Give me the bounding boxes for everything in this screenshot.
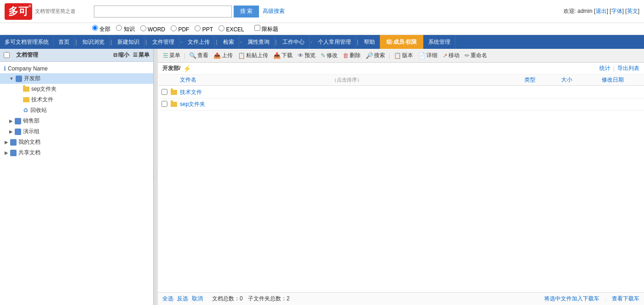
logo-main-text: 多可	[8, 5, 29, 18]
tree-item-shareddocs[interactable]: ▶ 共享文档	[0, 147, 153, 158]
invert-link[interactable]: 反选	[177, 295, 188, 303]
file-list-footer: 全选 反选 取消 文档总数：0 子文件夹总数：2 将选中文件加入下载车 ， 查看…	[158, 292, 644, 305]
advanced-search-link[interactable]: 高级搜索	[263, 7, 285, 15]
nav-item-home[interactable]: 首页	[54, 35, 75, 49]
detail-icon: 📄	[418, 52, 426, 59]
file-list: 技术文件 sep文件夹	[158, 86, 644, 292]
toolbar-edit-btn[interactable]: ✎ 修改	[318, 51, 340, 60]
tree-item-techfiles[interactable]: 技术文件	[0, 94, 153, 105]
lang-link[interactable]: 英文	[627, 8, 638, 14]
tree-item-salesdept[interactable]: ▶ 销售部	[0, 116, 153, 126]
refresh-icon[interactable]: ⚡	[183, 65, 191, 72]
file-link-sepfolder[interactable]: sep文件夹	[180, 100, 346, 108]
nav-item-search[interactable]: 检索	[218, 35, 239, 49]
col-date-header[interactable]: 修改日期	[585, 76, 640, 84]
search-button[interactable]: 搜 索	[234, 6, 259, 18]
nav-item-file-mgmt[interactable]: 文件管理	[148, 35, 179, 49]
group-icon-sales	[15, 118, 21, 124]
export-list-link[interactable]: 导出列表	[617, 65, 639, 72]
tree-item-demogroup[interactable]: ▶ 演示组	[0, 126, 153, 137]
toolbar-upload-btn[interactable]: 📤 上传	[211, 51, 235, 60]
row-checkbox-sep[interactable]	[161, 101, 171, 108]
stats-link[interactable]: 统计	[599, 65, 610, 72]
tree-label-sales: 销售部	[23, 117, 40, 125]
cancel-link[interactable]: 取消	[192, 295, 203, 303]
footer-stats: 文档总数：0 子文件夹总数：2	[212, 295, 290, 303]
file-row-sepfolder: sep文件夹	[158, 99, 644, 111]
nav-item-sysadmin[interactable]: 系统管理	[424, 35, 455, 49]
nav-sep5: |	[215, 35, 218, 49]
toolbar-preview-btn[interactable]: 👁 预览	[295, 51, 318, 60]
tree-label-tech: 技术文件	[31, 96, 53, 104]
tree-item-recycle[interactable]: ♻ 回收站	[0, 105, 153, 116]
nav-item-new-knowledge[interactable]: 新建知识	[113, 35, 144, 49]
search-icon: 🔎	[366, 52, 373, 59]
select-all-link[interactable]: 全选	[162, 295, 173, 303]
toolbar-version-btn[interactable]: 📋 版本	[391, 51, 415, 60]
file-row-techfiles: 技术文件	[158, 87, 644, 99]
row-checkbox-tech[interactable]	[161, 89, 171, 96]
file-tree: ℹ Company Name ▼ 开发部 sep文件夹 技术文件	[0, 62, 153, 305]
view-download-link[interactable]: 查看下载车	[612, 295, 639, 302]
nav-item-help[interactable]: 帮助	[359, 35, 380, 49]
nav-item-attr-query[interactable]: 属性查询	[243, 35, 275, 49]
option-pdf[interactable]: PDF	[171, 25, 189, 33]
selection-links: 全选 反选 取消	[162, 295, 203, 303]
toolbar-detail-btn[interactable]: 📄 详细	[416, 51, 440, 60]
download-links: 将选中文件加入下载车 ， 查看下载车	[544, 295, 639, 303]
group-icon-mydocs	[10, 139, 17, 146]
toolbar-move-btn[interactable]: ↗ 移动	[440, 51, 462, 60]
row-folder-icon-sep	[171, 102, 180, 107]
logout-link[interactable]: 退出	[596, 8, 607, 14]
logo-icon: 多可	[5, 3, 32, 20]
nav-item-knowledge-browse[interactable]: 知识浏览	[78, 35, 109, 49]
toolbar-menu-btn[interactable]: ☰ 菜单	[161, 51, 183, 60]
col-type-header[interactable]: 类型	[512, 76, 548, 84]
option-all[interactable]: 全部	[92, 25, 110, 33]
toolbar-paste-upload-btn[interactable]: 📋 粘贴上传	[236, 51, 270, 60]
toolbar-search-btn[interactable]: 🔎 搜索	[363, 51, 387, 60]
preview-icon: 👁	[298, 52, 304, 59]
col-name-header[interactable]: 文件名	[180, 76, 330, 84]
nav-sep8: -	[310, 35, 313, 49]
delete-icon: 🗑	[343, 52, 349, 59]
view-icon: 🔍	[189, 52, 196, 59]
sidebar-menu-btn[interactable]: ☰ 菜单	[133, 51, 150, 59]
expand-arrow-mydocs: ▶	[5, 140, 8, 145]
option-limit-title[interactable]: 限标题	[254, 25, 278, 33]
toolbar-download-btn[interactable]: 📥 下载	[271, 51, 295, 60]
file-link-techfiles[interactable]: 技术文件	[180, 88, 346, 96]
resize-handle[interactable]: ⋮	[154, 49, 158, 305]
tree-item-sepfolder[interactable]: sep文件夹	[0, 84, 153, 94]
nav-sep2: |	[109, 35, 113, 49]
content-area: ☰ 菜单 | 🔍 查看 📤 上传 📋 粘贴上传 📥 下载 👁	[158, 49, 644, 305]
nav-item-group[interactable]: 组·成员·权限	[380, 35, 424, 49]
nav-item-system[interactable]: 多可文档管理系统	[0, 35, 54, 49]
toolbar-view-btn[interactable]: 🔍 查看	[187, 51, 211, 60]
option-ppt[interactable]: PPT	[195, 25, 213, 33]
col-name-hint: （点击排序）	[332, 76, 362, 83]
sidebar-checkbox[interactable]	[4, 52, 10, 58]
font-link[interactable]: 字体	[611, 8, 622, 14]
tree-item-devdept[interactable]: ▼ 开发部	[0, 73, 153, 84]
upload-icon: 📤	[213, 52, 221, 59]
sidebar-collapse-btn[interactable]: ⊟ 缩小	[113, 51, 129, 59]
col-size-header[interactable]: 大小	[548, 76, 585, 84]
toolbar-delete-btn[interactable]: 🗑 删除	[340, 51, 363, 60]
option-excel[interactable]: EXCEL	[218, 25, 244, 33]
tree-item-mydocs[interactable]: ▶ 我的文档	[0, 137, 153, 147]
logo-subtitle: 文档管理至简之道	[35, 8, 75, 15]
paste-upload-icon: 📋	[238, 52, 245, 59]
sidebar: 文档管理 ⊟ 缩小 ☰ 菜单 ℹ Company Name ▼	[0, 49, 154, 305]
toolbar-rename-btn[interactable]: ✏ 重命名	[462, 51, 489, 60]
option-word[interactable]: WORD	[140, 25, 165, 33]
nav-item-file-upload[interactable]: 文件上传	[183, 35, 215, 49]
sidebar-title: 文档管理	[16, 51, 38, 59]
move-icon: ↗	[443, 52, 448, 59]
file-list-header: 文件名 （点击排序） 类型 大小 修改日期	[158, 75, 644, 86]
nav-item-personal-mgmt[interactable]: 个人常用管理	[313, 35, 356, 49]
option-knowledge[interactable]: 知识	[116, 25, 134, 33]
nav-item-workcenter[interactable]: 工作中心	[278, 35, 310, 49]
add-to-download-link[interactable]: 将选中文件加入下载车	[544, 295, 599, 302]
search-input[interactable]	[94, 6, 232, 18]
